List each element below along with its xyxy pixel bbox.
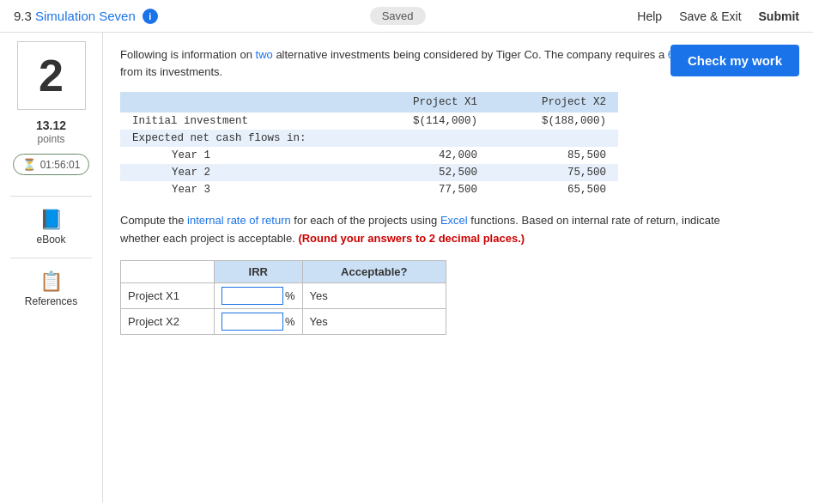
data-table: Project X1 Project X2 Initial investment…	[120, 92, 618, 198]
save-exit-button[interactable]: Save & Exit	[679, 9, 741, 23]
irr-table: IRR Acceptable? Project X1 % Yes	[120, 260, 446, 335]
table-row: Expected net cash flows in:	[120, 130, 618, 147]
ebook-label: eBook	[36, 234, 65, 246]
points-label: points	[37, 133, 64, 145]
references-tool[interactable]: 📋 References	[25, 262, 77, 316]
row-x1: 77,500	[361, 181, 489, 198]
irr-row-label-x2: Project X2	[121, 308, 215, 334]
irr-row-label-x1: Project X1	[121, 282, 215, 308]
irr-input-cell-x2[interactable]: %	[214, 308, 302, 334]
irr-header-acceptable: Acceptable?	[302, 260, 446, 282]
sidebar-divider-2	[10, 258, 92, 258]
row-label: Expected net cash flows in:	[120, 130, 361, 147]
row-x1	[361, 130, 489, 147]
table-row: Initial investment $(114,000) $(188,000)	[120, 112, 618, 130]
table-header-label	[120, 92, 361, 112]
table-row: Year 3 77,500 65,500	[120, 181, 618, 198]
main-layout: 2 13.12 points ⏳ 01:56:01 📘 eBook 📋 Refe…	[0, 33, 813, 502]
description-text: Following is information on two alternat…	[120, 46, 721, 80]
content-area: Check my work Following is information o…	[103, 33, 813, 502]
timer-display: 01:56:01	[40, 159, 81, 171]
irr-input-wrapper-x1: %	[221, 287, 295, 305]
saved-badge: Saved	[370, 7, 426, 25]
question-number-box: 2	[17, 41, 86, 110]
row-label: Year 3	[120, 181, 361, 198]
row-x1: 42,000	[361, 147, 489, 164]
row-x2	[489, 130, 618, 147]
row-x2: $(188,000)	[489, 112, 618, 130]
ebook-icon: 📘	[39, 209, 63, 231]
pct-label-x1: %	[285, 289, 295, 302]
ebook-tool[interactable]: 📘 eBook	[36, 200, 65, 254]
info-icon[interactable]: i	[143, 9, 158, 24]
row-x2: 85,500	[489, 147, 618, 164]
hourglass-icon: ⏳	[22, 158, 36, 171]
row-label: Initial investment	[120, 112, 361, 130]
row-x2: 65,500	[489, 181, 618, 198]
help-button[interactable]: Help	[637, 9, 662, 23]
row-x1: $(114,000)	[361, 112, 489, 130]
question-number: 2	[39, 50, 64, 101]
row-label: Year 2	[120, 164, 361, 181]
irr-header-empty	[121, 260, 215, 282]
sidebar-divider	[10, 196, 92, 197]
table-row: Year 1 42,000 85,500	[120, 147, 618, 164]
irr-input-x2[interactable]	[221, 313, 283, 331]
row-x2: 75,500	[489, 164, 618, 181]
references-label: References	[25, 295, 77, 307]
table-header-x1: Project X1	[361, 92, 489, 112]
irr-row-x1: Project X1 % Yes	[121, 282, 446, 308]
timer-badge: ⏳ 01:56:01	[13, 154, 90, 175]
table-header-x2: Project X2	[489, 92, 618, 112]
irr-row-x2: Project X2 % Yes	[121, 308, 446, 334]
nav-left: 9.3 Simulation Seven i	[14, 9, 158, 24]
pct-label-x2: %	[285, 315, 295, 328]
row-label: Year 1	[120, 147, 361, 164]
irr-header-irr: IRR	[214, 260, 302, 282]
instruction-text: Compute the internal rate of return for …	[120, 212, 747, 248]
irr-input-cell-x1[interactable]: %	[214, 282, 302, 308]
acceptable-x1: Yes	[302, 282, 446, 308]
top-nav: 9.3 Simulation Seven i Saved Help Save &…	[0, 0, 813, 33]
points-value: 13.12	[36, 118, 66, 132]
check-work-button[interactable]: Check my work	[670, 45, 799, 76]
submit-button[interactable]: Submit	[759, 9, 799, 23]
acceptable-x2: Yes	[302, 308, 446, 334]
table-row: Year 2 52,500 75,500	[120, 164, 618, 181]
irr-input-x1[interactable]	[221, 287, 283, 305]
references-icon: 📋	[39, 270, 63, 293]
nav-right: Help Save & Exit Submit	[637, 9, 799, 23]
irr-input-wrapper-x2: %	[221, 313, 295, 331]
nav-title: 9.3 Simulation Seven	[14, 9, 136, 23]
row-x1: 52,500	[361, 164, 489, 181]
sidebar: 2 13.12 points ⏳ 01:56:01 📘 eBook 📋 Refe…	[0, 33, 103, 502]
